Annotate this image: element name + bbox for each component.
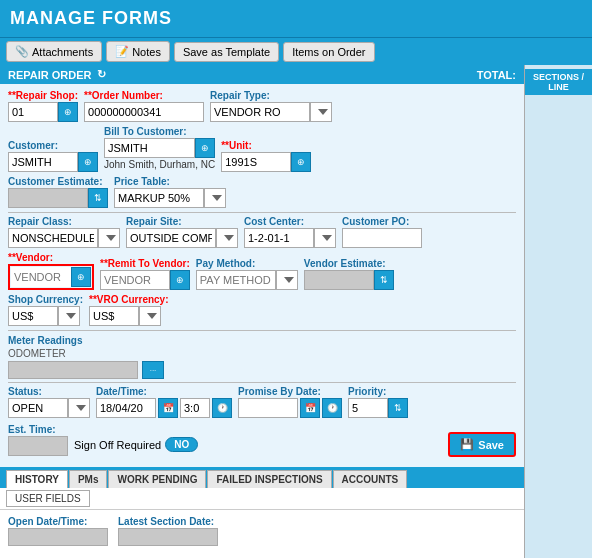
cost-center-label: Cost Center: <box>244 216 336 227</box>
divider-3 <box>8 382 516 383</box>
repair-shop-input[interactable] <box>8 102 58 122</box>
unit-field: *Unit: ⊕ <box>221 140 311 172</box>
vendor-estimate-spin[interactable]: ⇅ <box>374 270 394 290</box>
order-number-field: *Order Number: <box>84 90 204 122</box>
tab-pms[interactable]: PMs <box>69 470 108 488</box>
vro-currency-input[interactable] <box>89 306 139 326</box>
repair-order-title: REPAIR ORDER <box>8 69 92 81</box>
vendor-estimate-field: Vendor Estimate: ⇅ <box>304 258 394 290</box>
status-select[interactable] <box>68 398 90 418</box>
unit-lookup-btn[interactable]: ⊕ <box>291 152 311 172</box>
customer-input[interactable] <box>8 152 78 172</box>
status-label: Status: <box>8 386 90 397</box>
date-input[interactable] <box>96 398 156 418</box>
bill-to-customer-input-container: ⊕ <box>104 138 215 158</box>
repair-shop-lookup-btn[interactable]: ⊕ <box>58 102 78 122</box>
latest-section-date-input[interactable] <box>118 528 218 546</box>
save-button[interactable]: 💾 Save <box>448 432 516 457</box>
vro-currency-select[interactable] <box>139 306 161 326</box>
customer-po-field: Customer PO: <box>342 216 422 248</box>
customer-estimate-spin[interactable]: ⇅ <box>88 188 108 208</box>
items-on-order-button[interactable]: Items on Order <box>283 42 374 62</box>
promise-by-date-input[interactable] <box>238 398 298 418</box>
tab-accounts[interactable]: ACCOUNTS <box>333 470 408 488</box>
repair-site-label: Repair Site: <box>126 216 238 227</box>
status-input[interactable] <box>8 398 68 418</box>
repair-type-input[interactable] <box>210 102 310 122</box>
repair-class-input[interactable] <box>8 228 98 248</box>
vro-currency-field: *VRO Currency: <box>89 294 168 326</box>
latest-section-date-field: Latest Section Date: <box>118 516 218 546</box>
notes-icon: 📝 <box>115 45 129 58</box>
bill-to-customer-input[interactable] <box>104 138 195 158</box>
tab-work-pending[interactable]: WORK PENDING <box>108 470 206 488</box>
refresh-icon[interactable]: ↻ <box>97 68 106 81</box>
repair-type-label: Repair Type: <box>210 90 332 101</box>
est-time-field: Est. Time: <box>8 424 68 456</box>
priority-spin[interactable]: ⇅ <box>388 398 408 418</box>
price-table-input[interactable] <box>114 188 204 208</box>
est-time-input[interactable] <box>8 436 68 456</box>
time-clock-btn[interactable]: 🕐 <box>212 398 232 418</box>
promise-calendar-btn[interactable]: 📅 <box>300 398 320 418</box>
customer-lookup-btn[interactable]: ⊕ <box>78 152 98 172</box>
open-date-time-input[interactable] <box>8 528 108 546</box>
pay-method-field: Pay Method: <box>196 258 298 290</box>
pay-method-input[interactable] <box>196 270 276 290</box>
shop-currency-select[interactable] <box>58 306 80 326</box>
tab-history[interactable]: HISTORY <box>6 470 68 488</box>
shop-currency-input[interactable] <box>8 306 58 326</box>
form-area: REPAIR ORDER ↻ TOTAL: *Repair Shop: ⊕ <box>0 65 524 558</box>
form-row-4: Repair Class: Repair Site: <box>8 216 516 248</box>
attachments-button[interactable]: 📎 Attachments <box>6 41 102 62</box>
customer-estimate-field: Customer Estimate: ⇅ <box>8 176 108 208</box>
priority-field: Priority: ⇅ <box>348 386 408 418</box>
repair-class-label: Repair Class: <box>8 216 120 227</box>
order-number-input[interactable] <box>84 102 204 122</box>
repair-class-select[interactable] <box>98 228 120 248</box>
form-row-1: *Repair Shop: ⊕ *Order Number: Repair Ty… <box>8 90 516 122</box>
odometer-dots-btn[interactable]: ··· <box>142 361 164 379</box>
repair-class-field: Repair Class: <box>8 216 120 248</box>
save-icon: 💾 <box>460 438 474 451</box>
cost-center-input[interactable] <box>244 228 314 248</box>
vendor-field: *Vendor: ⊕ <box>8 252 94 290</box>
remit-to-vendor-field: *Remit To Vendor: ⊕ <box>100 258 190 290</box>
form-body: *Repair Shop: ⊕ *Order Number: Repair Ty… <box>0 84 524 467</box>
remit-to-vendor-lookup-btn[interactable]: ⊕ <box>170 270 190 290</box>
cost-center-select[interactable] <box>314 228 336 248</box>
shop-currency-field: Shop Currency: <box>8 294 83 326</box>
priority-input[interactable] <box>348 398 388 418</box>
form-row-6: Shop Currency: *VRO Currency: <box>8 294 516 326</box>
customer-estimate-input[interactable] <box>8 188 88 208</box>
vendor-lookup-btn[interactable]: ⊕ <box>71 267 91 287</box>
status-row: Status: Date/Time: 📅 🕐 <box>8 386 516 418</box>
time-input[interactable] <box>180 398 210 418</box>
sign-off-toggle[interactable]: NO <box>165 437 198 452</box>
repair-type-field: Repair Type: <box>210 90 332 122</box>
remit-to-vendor-input[interactable] <box>100 270 170 290</box>
form-row-2: Customer: ⊕ Bill To Customer: ⊕ John Smi… <box>8 126 516 172</box>
price-table-select[interactable] <box>204 188 226 208</box>
save-as-template-button[interactable]: Save as Template <box>174 42 279 62</box>
pay-method-select[interactable] <box>276 270 298 290</box>
repair-site-select[interactable] <box>216 228 238 248</box>
notes-button[interactable]: 📝 Notes <box>106 41 170 62</box>
vendor-input[interactable] <box>11 267 71 287</box>
tab-failed-inspections[interactable]: FAILED INSPECTIONS <box>207 470 331 488</box>
promise-clock-btn[interactable]: 🕐 <box>322 398 342 418</box>
date-calendar-btn[interactable]: 📅 <box>158 398 178 418</box>
vendor-estimate-input[interactable] <box>304 270 374 290</box>
open-date-time-label: Open Date/Time: <box>8 516 108 527</box>
vro-currency-label: *VRO Currency: <box>89 294 168 305</box>
date-time-label: Date/Time: <box>96 386 232 397</box>
repair-site-input[interactable] <box>126 228 216 248</box>
sub-tab-user-fields[interactable]: USER FIELDS <box>6 490 90 507</box>
page-header: MANAGE FORMS <box>0 0 592 37</box>
unit-input[interactable] <box>221 152 291 172</box>
repair-type-select[interactable] <box>310 102 332 122</box>
customer-po-input[interactable] <box>342 228 422 248</box>
bill-to-customer-lookup-btn[interactable]: ⊕ <box>195 138 215 158</box>
repair-shop-input-container: ⊕ <box>8 102 78 122</box>
odometer-input[interactable] <box>8 361 138 379</box>
